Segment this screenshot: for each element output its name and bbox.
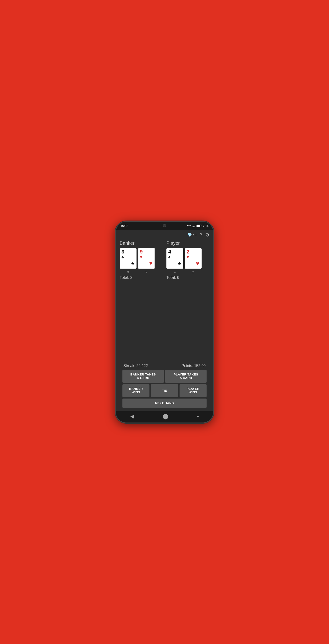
banker-card-2-value: 9 [140, 249, 143, 254]
svg-marker-3 [194, 224, 195, 227]
diamond-count-display: 💎 : 1 [187, 232, 197, 237]
battery-icon [196, 224, 202, 227]
player-hand: Player 4 ♠ ♠ 2 ♥ ♥ [166, 240, 209, 280]
player-card-1-num: 4 [166, 270, 183, 274]
player-label: Player [166, 240, 209, 246]
diamond-colon: : [193, 233, 194, 237]
recents-nav-icon[interactable]: ▪ [197, 413, 199, 420]
svg-rect-6 [197, 225, 200, 227]
player-takes-card-button[interactable]: PLAYER TAKESA CARD [165, 370, 207, 383]
back-nav-icon[interactable]: ◀ [130, 413, 134, 420]
app-content: 💎 : 1 ? ⚙ Banker 3 ♠ ♠ [116, 230, 213, 411]
banker-hand: Banker 3 ♠ ♠ 9 ♥ ♥ [120, 240, 163, 280]
action-buttons: BANKER TAKESA CARD PLAYER TAKESA CARD BA… [122, 370, 207, 408]
wifi-icon [187, 224, 191, 227]
player-card-2-suit-center: ♥ [196, 260, 199, 267]
banker-card-2-suit-center: ♥ [149, 260, 153, 267]
top-bar: 💎 : 1 ? ⚙ [116, 230, 213, 239]
player-card-numbers: 4 2 [166, 270, 209, 274]
banker-card-numbers: 3 9 [120, 270, 163, 274]
banker-cards-row: 3 ♠ ♠ 9 ♥ ♥ [120, 248, 163, 269]
spacer [120, 282, 209, 362]
status-bar: 10:33 71% [116, 222, 213, 230]
battery-percent: 71% [203, 224, 208, 228]
diamond-icon: 💎 [187, 232, 192, 237]
banker-wins-button[interactable]: BANKERWINS [122, 384, 149, 397]
status-icons: 71% [187, 224, 208, 228]
points-display: Points: 152.00 [182, 364, 206, 368]
phone-frame: 10:33 71% [115, 221, 214, 423]
player-card-2-suit-top: ♥ [187, 255, 189, 259]
player-cards-row: 4 ♠ ♠ 2 ♥ ♥ [166, 248, 209, 269]
diamond-value: 1 [195, 233, 197, 237]
banker-label: Banker [120, 240, 163, 246]
player-card-1-suit-top: ♠ [168, 255, 171, 259]
streak-display: Streak: 22 / 22 [123, 364, 148, 368]
player-card-2-num: 2 [185, 270, 202, 274]
banker-card-1-num: 3 [120, 270, 137, 274]
streak-points-row: Streak: 22 / 22 Points: 152.00 [122, 364, 207, 368]
settings-button[interactable]: ⚙ [205, 232, 209, 238]
status-time: 10:33 [121, 224, 128, 228]
banker-card-2-suit-top: ♥ [140, 255, 142, 259]
banker-total: Total: 2 [120, 275, 163, 280]
game-area: Banker 3 ♠ ♠ 9 ♥ ♥ [116, 239, 213, 411]
bottom-section: Streak: 22 / 22 Points: 152.00 BANKER TA… [120, 362, 209, 409]
svg-rect-5 [201, 225, 201, 226]
banker-card-2: 9 ♥ ♥ [138, 248, 155, 269]
next-hand-button[interactable]: NEXT HAND [122, 398, 207, 408]
player-card-2: 2 ♥ ♥ [185, 248, 202, 269]
banker-card-1-value: 3 [121, 249, 124, 254]
player-card-1-suit-center: ♠ [178, 260, 181, 267]
help-button[interactable]: ? [200, 232, 202, 238]
player-card-1-value: 4 [168, 249, 171, 254]
home-nav-icon[interactable]: ⬤ [163, 413, 168, 420]
tie-button[interactable]: TIE [151, 384, 178, 397]
banker-card-1: 3 ♠ ♠ [120, 248, 137, 269]
banker-card-1-suit-top: ♠ [121, 255, 124, 259]
win-row: BANKERWINS TIE PLAYERWINS [122, 384, 207, 397]
banker-takes-card-button[interactable]: BANKER TAKESA CARD [122, 370, 164, 383]
banker-card-2-num: 9 [138, 270, 155, 274]
next-hand-row: NEXT HAND [122, 398, 207, 408]
banker-card-1-suit-center: ♠ [131, 260, 134, 267]
player-card-1: 4 ♠ ♠ [166, 248, 183, 269]
signal-icon [192, 224, 195, 227]
svg-point-0 [189, 227, 189, 227]
player-total: Total: 6 [166, 275, 209, 280]
camera-notch [163, 224, 166, 227]
take-card-row: BANKER TAKESA CARD PLAYER TAKESA CARD [122, 370, 207, 383]
player-wins-button[interactable]: PLAYERWINS [180, 384, 207, 397]
player-card-2-value: 2 [187, 249, 189, 254]
hands-row: Banker 3 ♠ ♠ 9 ♥ ♥ [120, 240, 209, 280]
nav-bar: ◀ ⬤ ▪ [116, 411, 213, 422]
